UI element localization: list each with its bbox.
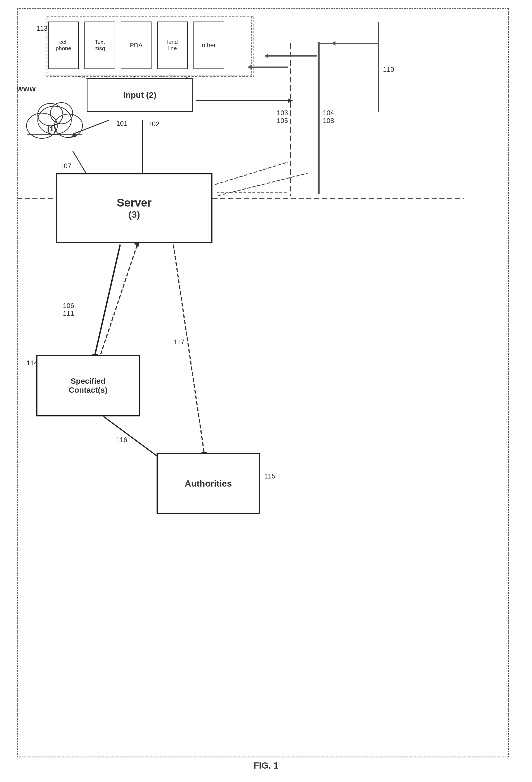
device-textmsg: Text msg [84,22,115,69]
figure-label: FIG. 1 [254,760,278,771]
input-box: Input (2) [87,78,193,112]
cloud-internet: (1) [22,90,87,145]
label-104-108: 104, 108 [323,109,336,125]
svg-text:(1): (1) [47,125,56,133]
label-103-105: 103, 105 [277,109,290,125]
label-101: 101 [116,119,128,128]
device-other: other [193,22,224,69]
label-115: 115 [264,472,275,480]
label-116: 116 [116,436,127,444]
device-cellphone: cell phone [48,22,79,69]
label-117: 117 [173,338,184,346]
device-pda: PDA [121,22,151,69]
label-106-111: 106, 111 [63,302,76,318]
device-landline: land line [157,22,188,69]
server-box: Server (3) [56,173,212,243]
contacts-box: Specified Contact(s) [36,355,140,417]
label-110: 110 [383,66,394,73]
label-102: 102 [148,120,159,128]
standard-region-label: Standard interaction & response [509,23,532,191]
escalation-region-label: Escalation Trigger Response [509,199,532,451]
devices-group: cell phone Text msg PDA land line other [45,17,252,75]
svg-point-38 [55,114,82,138]
label-107: 107 [60,162,71,170]
authorities-box: Authorities [156,453,260,514]
